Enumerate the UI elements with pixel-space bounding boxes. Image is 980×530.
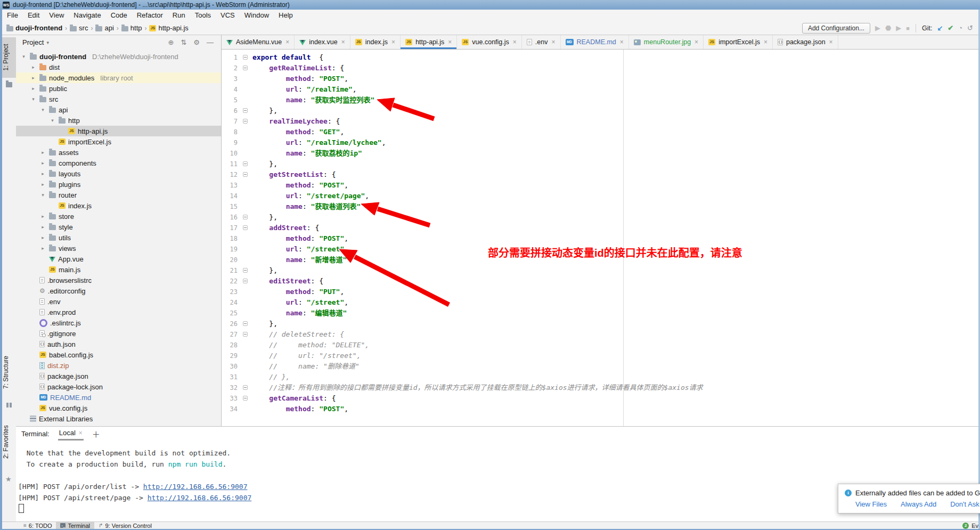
- fold-marker-icon[interactable]: [241, 329, 252, 340]
- code-editor[interactable]: 1export default {2 getRealTimeList: {3 m…: [222, 50, 978, 426]
- tree-item-assets[interactable]: ▸assets: [16, 147, 221, 158]
- view-files-link[interactable]: View Files: [855, 500, 887, 508]
- tree-item-views[interactable]: ▸views: [16, 243, 221, 254]
- tree-item-dist-zip[interactable]: dist.zip: [16, 360, 221, 371]
- terminal-link[interactable]: http://192.168.66.56:9007: [143, 483, 248, 491]
- editor-tab-http-api-js[interactable]: JShttp-api.js×: [401, 35, 457, 49]
- menu-edit[interactable]: Edit: [23, 10, 44, 21]
- status-todo[interactable]: ≡ 6: TODO: [19, 522, 56, 529]
- breadcrumb-item-src[interactable]: src: [70, 24, 88, 32]
- fold-marker-icon[interactable]: [241, 265, 252, 276]
- tree-item-app-vue[interactable]: App.vue: [16, 254, 221, 264]
- stop-icon[interactable]: ■: [906, 24, 910, 32]
- chevron-collapsed-icon[interactable]: ▸: [39, 182, 46, 187]
- breadcrumb-item-duoji-frontend[interactable]: duoji-frontend: [6, 24, 62, 32]
- coverage-icon[interactable]: ▶: [896, 24, 901, 32]
- tree-item-style[interactable]: ▸style: [16, 222, 221, 232]
- fold-marker-icon[interactable]: [241, 393, 252, 404]
- chevron-expanded-icon[interactable]: ▾: [49, 118, 56, 123]
- menu-navigate[interactable]: Navigate: [69, 10, 105, 21]
- editor-tab-vue-config-js[interactable]: JSvue.config.js×: [457, 35, 522, 49]
- tree-item-babel-config-js[interactable]: JSbabel.config.js: [16, 349, 221, 360]
- tree-item-utils[interactable]: ▸utils: [16, 232, 221, 243]
- new-terminal-button[interactable]: ＋: [92, 428, 100, 439]
- editor-tab-asidemenu-vue[interactable]: AsideMenu.vue×: [222, 35, 295, 49]
- chevron-collapsed-icon[interactable]: ▸: [39, 160, 46, 166]
- menu-window[interactable]: Window: [240, 10, 274, 21]
- tool-window-favorites-tab[interactable]: 2: Favorites: [2, 414, 16, 470]
- collapse-all-icon[interactable]: ⇅: [181, 38, 186, 46]
- menu-tools[interactable]: Tools: [190, 10, 216, 21]
- revert-icon[interactable]: ↺: [967, 24, 973, 32]
- status-version-control[interactable]: ↱ 9: Version Control: [94, 522, 156, 529]
- menu-file[interactable]: File: [2, 10, 23, 21]
- chevron-expanded-icon[interactable]: ▾: [30, 96, 37, 102]
- tree-item-readme-md[interactable]: MDREADME.md: [16, 392, 221, 403]
- editor-tab-env[interactable]: .env×: [522, 35, 561, 49]
- tree-item-duoji-frontend[interactable]: ▾duoji-frontendD:\zheheWeb\duoji-fronten…: [16, 51, 221, 62]
- menu-view[interactable]: View: [44, 10, 69, 21]
- close-icon[interactable]: ×: [79, 429, 83, 437]
- tree-item-package-lock-json[interactable]: {}package-lock.json: [16, 381, 221, 392]
- breadcrumb-item-api[interactable]: api: [95, 24, 113, 32]
- tree-item-public[interactable]: ▸public: [16, 83, 221, 94]
- tree-item-env[interactable]: .env: [16, 296, 221, 307]
- terminal-tab-local[interactable]: Local ×: [58, 427, 84, 441]
- close-icon[interactable]: ×: [391, 38, 395, 46]
- tool-window-project-tab[interactable]: 1: Project: [2, 37, 16, 78]
- close-icon[interactable]: ×: [513, 38, 517, 46]
- history-clock-icon[interactable]: ◔: [958, 24, 962, 32]
- chevron-expanded-icon[interactable]: ▾: [39, 192, 46, 198]
- fold-marker-icon[interactable]: [241, 212, 252, 223]
- chevron-collapsed-icon[interactable]: ▸: [39, 214, 46, 219]
- editor-tab-menurouter-jpg[interactable]: menuRouter.jpg×: [629, 35, 704, 49]
- tree-item-dist[interactable]: ▸dist: [16, 62, 221, 72]
- close-icon[interactable]: ×: [285, 38, 289, 46]
- editor-tab-readme-md[interactable]: MDREADME.md×: [561, 35, 629, 49]
- hide-panel-icon[interactable]: —: [207, 38, 214, 46]
- fold-marker-icon[interactable]: [241, 52, 252, 63]
- terminal-console[interactable]: Note that the development build is not o…: [16, 441, 978, 515]
- close-icon[interactable]: ×: [829, 38, 833, 46]
- dont-ask-again-link[interactable]: Don't Ask Agai: [950, 500, 980, 508]
- run-icon[interactable]: ▶: [875, 24, 880, 32]
- chevron-collapsed-icon[interactable]: ▸: [30, 75, 37, 80]
- chevron-collapsed-icon[interactable]: ▸: [39, 171, 46, 176]
- menu-vcs[interactable]: VCS: [216, 10, 240, 21]
- close-icon[interactable]: ×: [620, 38, 624, 46]
- chevron-collapsed-icon[interactable]: ▸: [39, 224, 46, 230]
- tree-item-gitignore[interactable]: .gitignore: [16, 328, 221, 339]
- tree-item-auth-json[interactable]: {}auth.json: [16, 339, 221, 349]
- debug-bug-icon[interactable]: ⬣: [885, 24, 891, 32]
- tree-item-importexcel-js[interactable]: JSimportExcel.js: [16, 136, 221, 147]
- tree-item-vue-config-js[interactable]: JSvue.config.js: [16, 403, 221, 413]
- favorites-star-icon[interactable]: ★: [5, 475, 12, 483]
- tree-item-http[interactable]: ▾http: [16, 115, 221, 126]
- fold-marker-icon[interactable]: [241, 276, 252, 287]
- terminal-cursor[interactable]: [19, 504, 24, 513]
- tool-window-structure-tab[interactable]: 7: Structure: [2, 345, 16, 399]
- chevron-collapsed-icon[interactable]: ▸: [30, 86, 37, 91]
- fold-marker-icon[interactable]: [241, 319, 252, 329]
- fold-marker-icon[interactable]: [241, 223, 252, 233]
- settings-gear-icon[interactable]: ⚙: [193, 38, 200, 46]
- close-icon[interactable]: ×: [695, 38, 698, 46]
- always-add-link[interactable]: Always Add: [901, 500, 936, 508]
- terminal-link[interactable]: http://192.168.66.56:9007: [148, 494, 252, 502]
- locate-icon[interactable]: ⊕: [168, 38, 174, 46]
- add-configuration-button[interactable]: Add Configuration...: [802, 23, 870, 34]
- tree-item-router[interactable]: ▾router: [16, 190, 221, 200]
- tree-item-env-prod[interactable]: .env.prod: [16, 307, 221, 317]
- tree-item-node-modules[interactable]: ▸node_moduleslibrary root: [16, 72, 221, 83]
- fold-marker-icon[interactable]: [241, 116, 252, 127]
- chevron-collapsed-icon[interactable]: ▸: [39, 150, 46, 155]
- tree-item-editorconfig[interactable]: ⚙.editorconfig: [16, 286, 221, 296]
- tree-item-store[interactable]: ▸store: [16, 211, 221, 222]
- fold-marker-icon[interactable]: [241, 169, 252, 180]
- menu-refactor[interactable]: Refactor: [132, 10, 168, 21]
- fold-marker-icon[interactable]: [241, 105, 252, 116]
- git-commit-icon[interactable]: ✔: [948, 24, 953, 32]
- tree-item-src[interactable]: ▾src: [16, 94, 221, 104]
- tree-item-index-js[interactable]: JSindex.js: [16, 200, 221, 211]
- chevron-expanded-icon[interactable]: ▾: [20, 54, 27, 59]
